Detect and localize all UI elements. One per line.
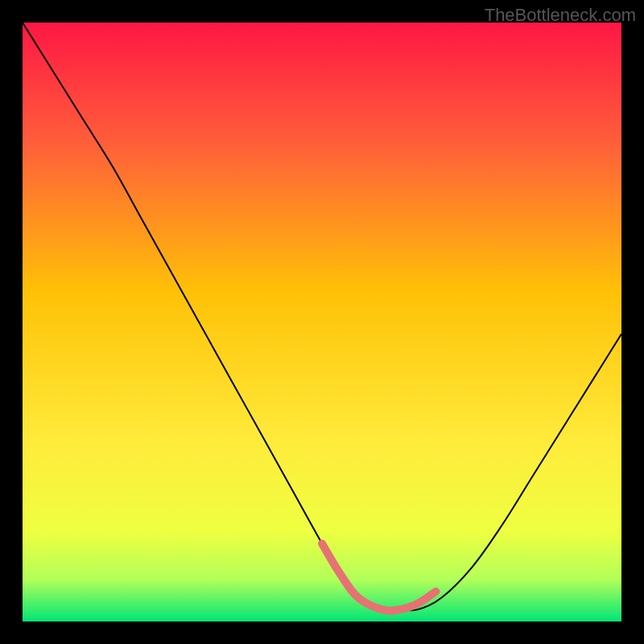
- bottleneck-curve: [23, 23, 621, 610]
- valley-highlight: [322, 543, 436, 610]
- watermark-text: TheBottleneck.com: [485, 5, 636, 26]
- curve-layer: [23, 23, 621, 621]
- plot-area: [23, 23, 621, 621]
- chart-container: TheBottleneck.com: [0, 0, 644, 644]
